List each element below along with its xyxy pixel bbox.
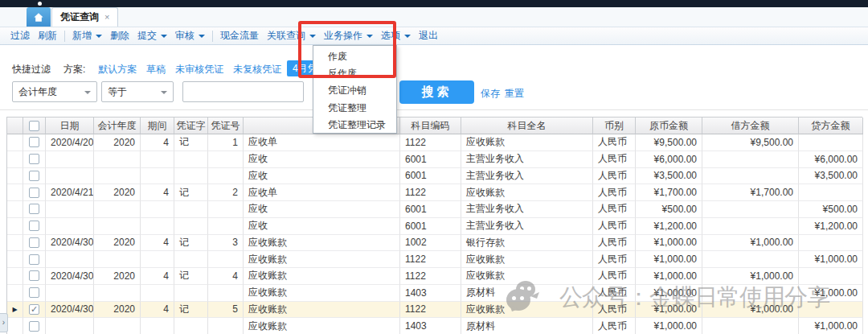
row-indicator-cell	[7, 168, 23, 185]
row-checkbox-cell[interactable]	[23, 168, 46, 185]
select-all-header-cell[interactable]	[23, 118, 46, 134]
table-cell: 1403	[400, 285, 461, 302]
table-row[interactable]: 应收6001主营业务收入人民币¥3,500.00¥3,500.00	[7, 168, 863, 185]
menu-item[interactable]: 选项	[377, 27, 415, 45]
menu-item[interactable]: 新增	[68, 27, 106, 45]
column-header[interactable]: 期间	[141, 118, 174, 134]
row-checkbox-cell[interactable]	[23, 218, 46, 235]
row-checkbox-cell[interactable]	[23, 201, 46, 218]
table-row[interactable]: 2020/4/2020204记1应收单1122应收账款人民币¥9,500.00¥…	[7, 134, 863, 151]
table-row[interactable]: 2020/4/3020204记3应收账款1002银行存款人民币¥1,000.00…	[7, 235, 863, 252]
business-operations-menu: 作废反作废凭证冲销凭证整理凭证整理记录	[313, 45, 397, 134]
table-cell	[141, 151, 174, 168]
status-dot	[38, 2, 42, 6]
column-header[interactable]: 科目编码	[400, 118, 461, 134]
table-row[interactable]: 应收账款1122应收账款人民币¥1,000.00¥1,000.00	[7, 251, 863, 268]
table-cell: 3	[208, 235, 244, 252]
row-checkbox[interactable]	[29, 154, 39, 164]
tab-home[interactable]	[27, 7, 51, 27]
row-checkbox[interactable]	[29, 221, 39, 231]
row-checkbox-cell[interactable]: ✓	[23, 302, 46, 319]
field-selector-dropdown[interactable]: 会计年度	[12, 81, 97, 102]
menu-item-反作废[interactable]: 反作废	[313, 65, 396, 82]
row-checkbox[interactable]: ✓	[29, 304, 39, 315]
operator-dropdown[interactable]: 等于	[101, 81, 174, 102]
tab-voucher-query[interactable]: 凭证查询 ×	[51, 7, 118, 27]
row-checkbox[interactable]	[29, 204, 39, 214]
select-all-checkbox[interactable]	[29, 121, 39, 131]
table-row[interactable]: ▶✓2020/4/3020204记5应收账款1122应收账款人民币¥1,000.…	[7, 302, 863, 319]
reset-link[interactable]: 重置	[505, 87, 524, 101]
table-header-row: 日期会计年度期间凭证字凭证号科目编码科目全名币别原币金额借方金额贷方金额	[7, 118, 863, 134]
table-row[interactable]: 应收账款1403原材料人民币¥1,000.00¥1,000.00	[7, 318, 863, 334]
filter-value-input[interactable]	[182, 81, 304, 102]
table-cell	[208, 251, 244, 268]
table-row[interactable]: 2020/4/2120204记2应收单1122应收账款人民币¥1,700.00¥…	[7, 184, 863, 201]
table-cell: ¥9,500.00	[702, 134, 799, 151]
column-header[interactable]	[7, 118, 23, 134]
column-header[interactable]: 币别	[593, 118, 636, 134]
row-checkbox-cell[interactable]	[23, 268, 46, 285]
quick-filter-link[interactable]: 默认方案	[98, 63, 137, 76]
table-row[interactable]: 应收6001主营业务收入人民币¥500.00¥500.00	[7, 201, 863, 218]
menu-item-作废[interactable]: 作废	[313, 48, 396, 65]
close-icon[interactable]: ×	[104, 13, 109, 22]
menu-item[interactable]: 现金流量	[216, 27, 263, 45]
save-link[interactable]: 保存	[481, 87, 500, 101]
search-button[interactable]: 搜索	[399, 80, 474, 104]
menu-item[interactable]: 删除	[106, 27, 133, 45]
column-header[interactable]: 日期	[46, 118, 94, 134]
menu-item[interactable]: 刷新	[34, 27, 61, 45]
table-cell: ¥1,200.00	[799, 218, 863, 235]
row-checkbox[interactable]	[29, 237, 39, 248]
table-cell: 应收账款	[461, 184, 593, 201]
menu-item-凭证整理记录[interactable]: 凭证整理记录	[313, 117, 396, 134]
quick-filter-link[interactable]: 草稿	[146, 63, 166, 76]
table-row[interactable]: 应收6001主营业务收入人民币¥1,200.00¥1,200.00	[7, 218, 863, 235]
menu-item[interactable]: 业务操作	[320, 27, 377, 45]
panel-expander[interactable]: ›	[0, 313, 8, 332]
row-checkbox-cell[interactable]	[23, 318, 46, 334]
tab-bar: 凭证查询 ×	[0, 7, 868, 27]
row-checkbox[interactable]	[29, 270, 39, 281]
menu-item[interactable]: 审核	[171, 27, 209, 45]
table-cell	[174, 318, 208, 334]
column-header[interactable]: 贷方金额	[799, 118, 863, 134]
menu-item[interactable]: 退出	[415, 27, 442, 45]
table-cell: 应收账款	[461, 302, 593, 319]
row-checkbox-cell[interactable]	[23, 151, 46, 168]
column-header[interactable]: 原币金额	[636, 118, 702, 134]
column-header[interactable]: 凭证号	[208, 118, 244, 134]
row-checkbox-cell[interactable]	[23, 285, 46, 302]
row-checkbox-cell[interactable]	[23, 134, 46, 151]
row-checkbox[interactable]	[29, 137, 39, 147]
table-cell: ¥1,000.00	[799, 285, 863, 302]
table-cell: 1122	[400, 251, 461, 268]
menu-item[interactable]: 过滤	[6, 27, 34, 45]
menu-item-凭证整理[interactable]: 凭证整理	[313, 100, 396, 117]
row-checkbox[interactable]	[29, 188, 39, 198]
table-cell	[702, 251, 799, 268]
row-checkbox-cell[interactable]	[23, 184, 46, 201]
table-row[interactable]: 应收6001主营业务收入人民币¥6,000.00¥6,000.00	[7, 151, 863, 168]
quick-filter-link[interactable]: 未审核凭证	[175, 63, 223, 76]
row-checkbox[interactable]	[29, 254, 39, 265]
row-checkbox[interactable]	[29, 321, 39, 332]
column-header[interactable]: 科目全名	[461, 118, 593, 134]
menu-item[interactable]: 提交	[133, 27, 171, 45]
row-checkbox[interactable]	[29, 287, 39, 298]
quick-filter-link[interactable]: 未复核凭证	[233, 63, 281, 76]
table-row[interactable]: 应收账款1403原材料人民币¥1,000.00¥1,000.00	[7, 285, 863, 302]
table-row[interactable]: 2020/4/3020204记4应收账款1122应收账款人民币¥1,000.00…	[7, 268, 863, 285]
menu-item-凭证冲销[interactable]: 凭证冲销	[313, 82, 396, 99]
menu-item[interactable]: 关联查询	[263, 27, 320, 45]
row-checkbox-cell[interactable]	[23, 251, 46, 268]
column-header[interactable]: 会计年度	[94, 118, 141, 134]
row-checkbox[interactable]	[29, 171, 39, 181]
table-cell	[208, 151, 244, 168]
table-cell: ¥500.00	[799, 201, 863, 218]
row-checkbox-cell[interactable]	[23, 235, 46, 252]
table-cell: 4	[141, 184, 174, 201]
column-header[interactable]: 凭证字	[174, 118, 208, 134]
column-header[interactable]: 借方金额	[702, 118, 799, 134]
